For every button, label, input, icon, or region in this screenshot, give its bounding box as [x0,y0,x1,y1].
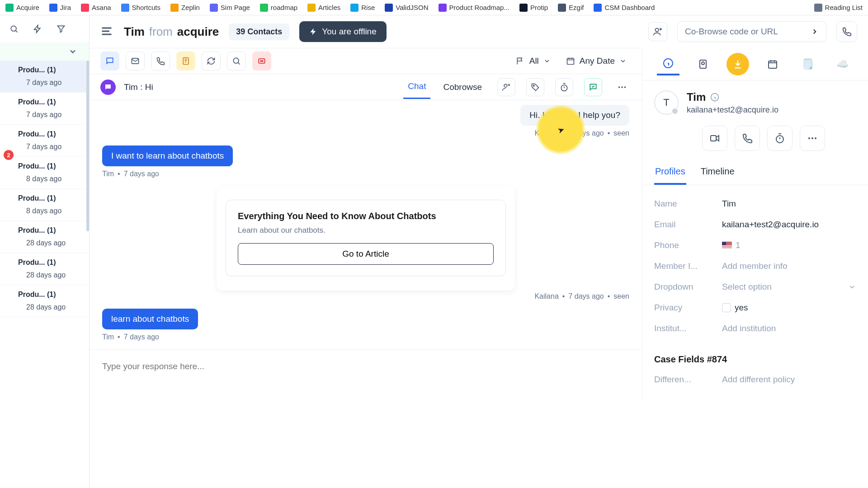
tab-chat[interactable]: Chat [403,75,430,99]
chat-channel-icon[interactable] [100,52,119,70]
svg-point-11 [621,86,623,88]
bookmark-item[interactable]: Jira [49,4,71,12]
bookmark-item[interactable]: CSM Dashboard [594,4,655,12]
contacts-count[interactable]: 39 Contacts [229,23,289,40]
bookmark-item[interactable]: Asana [81,4,111,12]
tab-cobrowse[interactable]: Cobrowse [439,76,486,99]
tag-icon[interactable] [526,78,544,96]
chat-thread: ➤ Hi. How can I help you? Kailana•7 days… [90,100,642,349]
field-different-policy[interactable]: Differen...Add different policy [654,369,856,390]
conversation-time: 8 days ago [18,207,83,215]
date-filter[interactable]: Any Date [561,53,631,69]
video-call-icon[interactable] [702,126,727,151]
bookmark-label: Articles [318,4,340,11]
field-institution[interactable]: Institut...Add institution [654,318,856,339]
conversation-item[interactable]: Produ... (1)8 days ago [0,189,89,221]
info-tab-icon[interactable] [657,53,679,75]
status-filter-label: All [529,56,539,66]
bookmark-label: Asana [92,4,111,11]
profile-actions [642,119,868,160]
conversation-sidebar: Produ... (1)7 days agoProdu... (1)7 days… [0,15,90,488]
bolt-icon[interactable] [30,21,45,37]
conversation-title: Produ... (1) [18,258,83,267]
timer-action-icon[interactable] [767,126,793,151]
svg-point-15 [702,62,704,65]
cobrowse-input[interactable]: Co-Browse code or URL [677,21,826,42]
chevron-right-icon [811,28,819,36]
flag-icon [516,56,525,66]
refresh-icon[interactable] [202,52,221,70]
phone-channel-icon[interactable] [151,52,170,70]
conversation-item[interactable]: Produ... (1)28 days ago [0,221,89,253]
status-filter[interactable]: All [511,53,555,69]
conversation-title: Produ... (1) [18,162,83,170]
bookmark-item[interactable]: Protip [519,4,548,12]
search-icon[interactable] [6,21,22,37]
bookmark-item[interactable]: Articles [307,4,340,12]
privacy-checkbox[interactable] [722,303,731,312]
resolve-icon[interactable] [584,78,602,96]
profile-avatar: T [654,90,679,115]
field-privacy[interactable]: Privacyyes [654,297,856,318]
conversation-title: Produ... (1) [18,226,83,235]
response-input[interactable] [102,356,629,377]
bookmark-item[interactable]: Shortcuts [121,4,160,12]
conversation-item[interactable]: Produ... (1)28 days ago [0,285,89,317]
svg-point-4 [233,58,239,63]
dial-icon[interactable] [836,21,857,42]
message-meta: Tim•7 days ago [102,333,629,341]
conversation-item[interactable]: Produ... (1)7 days ago [0,93,89,125]
bookmark-item[interactable]: ValidJSON [385,4,428,12]
field-member[interactable]: Member I...Add member info [654,256,856,277]
field-dropdown[interactable]: DropdownSelect option [654,277,856,297]
block-icon[interactable] [252,52,271,70]
email-channel-icon[interactable] [126,52,145,70]
badge-tab-icon[interactable] [692,53,714,75]
menu-icon[interactable] [100,25,114,38]
bookmark-item[interactable]: Zeplin [170,4,200,12]
calendar-tab-icon[interactable] [761,53,784,75]
note-channel-icon[interactable] [176,52,195,70]
bookmark-item[interactable]: Sim Page [210,4,250,12]
bookmark-item[interactable]: Ezgif [558,4,584,12]
notes-tab-icon[interactable]: 🗒️ [796,53,819,75]
reading-list[interactable]: Reading List [814,4,863,12]
tab-profiles[interactable]: Profiles [654,160,686,185]
bookmark-item[interactable]: Product Roadmap... [439,4,509,12]
search-thread-icon[interactable] [227,52,246,70]
phone-call-icon[interactable] [735,126,760,151]
add-agent-icon[interactable] [497,78,515,96]
tab-timeline[interactable]: Timeline [700,160,736,185]
bookmark-item[interactable]: Rise [350,4,375,12]
composer [90,349,642,390]
assign-icon[interactable] [648,22,667,41]
conversation-item[interactable]: Produ... (1)7 days ago2 [0,125,89,157]
bookmark-item[interactable]: Acquire [5,4,39,12]
conversation-item[interactable]: Produ... (1)28 days ago [0,253,89,285]
conversation-item[interactable]: Produ... (1)7 days ago [0,61,89,93]
bookmark-label: Sim Page [221,4,250,11]
cloud-tab-icon[interactable]: ☁️ [831,53,854,75]
filter-icon[interactable] [53,21,69,37]
bookmark-label: ValidJSON [396,4,428,11]
collapse-toggle[interactable] [0,42,89,61]
timer-icon[interactable] [555,78,573,96]
date-filter-label: Any Date [580,56,615,66]
more-actions-icon[interactable] [800,126,825,151]
svg-point-0 [11,26,16,31]
contact-name: Tim [124,25,145,39]
conversation-title: Produ... (1) [18,98,83,106]
chevron-down-icon [543,57,551,65]
bookmark-item[interactable]: roadmap [260,4,297,12]
detail-tabs: 🗒️ ☁️ [642,48,868,80]
field-name[interactable]: NameTim [654,193,856,214]
more-icon[interactable] [613,78,631,96]
download-tab-icon[interactable] [726,53,749,75]
go-to-article-button[interactable]: Go to Article [238,243,494,265]
conversation-item[interactable]: Produ... (1)8 days ago [0,157,89,189]
info-icon[interactable] [710,93,719,102]
conversation-time: 28 days ago [18,303,83,311]
field-email[interactable]: Emailkailana+test2@acquire.io [654,214,856,235]
calendar-icon [566,56,575,66]
field-phone[interactable]: Phone1 [654,235,856,256]
